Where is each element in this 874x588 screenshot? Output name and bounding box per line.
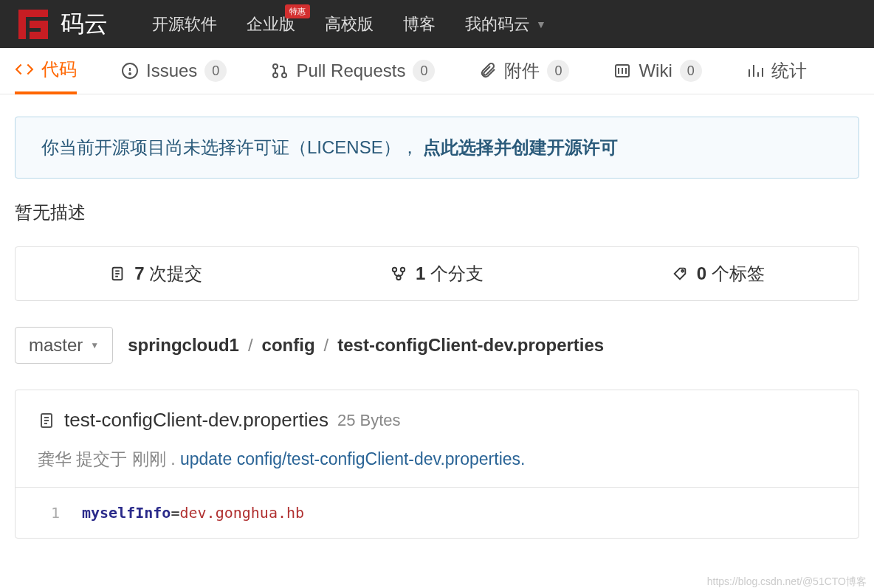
file-icon [38, 412, 55, 429]
stat-branches[interactable]: 1 个分支 [297, 262, 578, 286]
breadcrumb-root[interactable]: springcloud1 [128, 335, 239, 356]
license-notice: 你当前开源项目尚未选择许可证（LICENSE）， 点此选择并创建开源许可 [15, 117, 859, 179]
svg-point-3 [273, 64, 278, 69]
stats-bar: 7 次提交 1 个分支 0 个标签 [15, 246, 859, 301]
svg-point-18 [393, 268, 397, 272]
sub-nav: 代码 Issues 0 Pull Requests 0 附件 0 Wiki 0 … [0, 48, 874, 94]
nav-blog[interactable]: 博客 [403, 13, 436, 35]
commit-author[interactable]: 龚华 [38, 449, 72, 468]
issues-count: 0 [204, 60, 227, 82]
issue-icon [121, 62, 139, 80]
logo-icon [15, 6, 52, 43]
tab-issues[interactable]: Issues 0 [121, 48, 227, 94]
notice-link[interactable]: 点此选择并创建开源许可 [423, 137, 618, 157]
attach-count: 0 [547, 60, 569, 82]
nav-items: 开源软件 企业版 特惠 高校版 博客 我的码云 ▼ [152, 13, 546, 35]
svg-point-5 [282, 73, 286, 77]
tab-attach[interactable]: 附件 0 [479, 48, 569, 94]
stat-commits[interactable]: 7 次提交 [16, 262, 297, 286]
svg-point-2 [129, 73, 131, 75]
branches-icon [390, 266, 407, 282]
file-header: test-configClient-dev.properties 25 Byte… [16, 390, 858, 439]
wiki-icon [613, 62, 631, 80]
logo[interactable]: 码云 [15, 6, 108, 43]
tab-stats[interactable]: 统计 [746, 48, 807, 94]
svg-point-4 [273, 73, 278, 77]
svg-point-19 [401, 268, 405, 272]
code-icon [15, 60, 34, 79]
breadcrumb: springcloud1 / config / test-configClien… [128, 335, 604, 356]
nav-enterprise[interactable]: 企业版 特惠 [247, 13, 295, 35]
branch-chevron-icon: ▼ [90, 340, 99, 350]
commit-time: 刚刚 [132, 449, 166, 468]
stat-tags[interactable]: 0 个标签 [577, 262, 858, 286]
tab-wiki[interactable]: Wiki 0 [613, 48, 701, 94]
commit-message[interactable]: update config/test-configClient-dev.prop… [180, 449, 526, 468]
branch-row: master ▼ springcloud1 / config / test-co… [15, 327, 859, 364]
tab-code[interactable]: 代码 [15, 48, 77, 94]
attach-icon [479, 62, 497, 80]
pr-count: 0 [413, 60, 435, 82]
no-description: 暂无描述 [15, 201, 859, 224]
code-line: myselfInfo=dev.gonghua.hb [82, 504, 304, 522]
breadcrumb-folder[interactable]: config [262, 335, 315, 356]
branch-select[interactable]: master ▼ [15, 327, 113, 364]
nav-opensource[interactable]: 开源软件 [152, 13, 217, 35]
tab-pr[interactable]: Pull Requests 0 [271, 48, 435, 94]
line-number: 1 [38, 504, 60, 522]
content: 你当前开源项目尚未选择许可证（LICENSE）， 点此选择并创建开源许可 暂无描… [0, 94, 874, 539]
nav-my[interactable]: 我的码云 ▼ [465, 13, 546, 35]
code-area: 1 myselfInfo=dev.gonghua.hb [16, 488, 858, 538]
stats-icon [746, 62, 764, 80]
commit-info: 龚华 提交于 刚刚 . update config/test-configCli… [16, 439, 858, 488]
breadcrumb-file[interactable]: test-configClient-dev.properties [337, 335, 604, 356]
tags-icon [672, 266, 688, 282]
chevron-down-icon: ▼ [536, 18, 546, 30]
file-size: 25 Bytes [337, 411, 401, 430]
file-box: test-configClient-dev.properties 25 Byte… [15, 390, 859, 539]
logo-text: 码云 [61, 8, 108, 41]
notice-text: 你当前开源项目尚未选择许可证（LICENSE）， [41, 137, 419, 157]
svg-point-21 [681, 270, 684, 272]
pr-icon [271, 62, 289, 80]
file-name: test-configClient-dev.properties [64, 409, 328, 432]
wiki-count: 0 [680, 60, 702, 82]
top-nav: 码云 开源软件 企业版 特惠 高校版 博客 我的码云 ▼ [0, 0, 874, 48]
nav-badge: 特惠 [285, 4, 310, 18]
nav-edu[interactable]: 高校版 [325, 13, 374, 35]
commits-icon [109, 266, 125, 282]
